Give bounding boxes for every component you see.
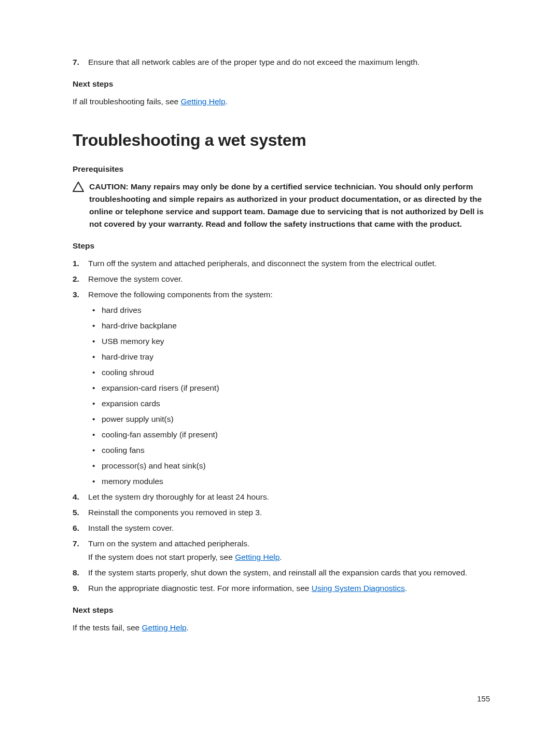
next-steps-heading-top: Next steps [73,78,490,90]
list-item: •cooling shroud [88,366,490,379]
next-steps-text-top: If all troubleshooting fails, see Gettin… [73,95,490,108]
list-item: •cooling-fan assembly (if present) [88,429,490,441]
bullet-icon: • [88,335,102,348]
bullet-icon: • [88,475,102,488]
step-text: Remove the system cover. [88,273,490,285]
bullet-text: memory modules [102,475,490,488]
prev-step-7: 7. Ensure that all network cables are of… [73,56,490,68]
step-number: 8. [73,567,88,579]
bullet-icon: • [88,320,102,332]
next-steps-text-bottom: If the tests fail, see Getting Help. [73,622,490,634]
list-item: •USB memory key [88,335,490,348]
steps-heading: Steps [73,240,490,252]
step-text: Turn off the system and attached periphe… [88,257,490,270]
step-number: 3. [73,288,88,301]
step-text: Ensure that all network cables are of th… [88,56,490,68]
section-heading: Troubleshooting a wet system [73,128,490,154]
list-item: •hard drives [88,304,490,316]
step-7: 7. Turn on the system and attached perip… [73,538,490,550]
step-5: 5. Reinstall the components you removed … [73,506,490,519]
bullet-icon: • [88,382,102,394]
prerequisites-heading: Prerequisites [73,163,490,175]
list-item: •memory modules [88,475,490,488]
bullet-icon: • [88,397,102,410]
text-part-a: If the tests fail, see [73,623,142,632]
step-text: Let the system dry thoroughly for at lea… [88,491,490,503]
system-diagnostics-link[interactable]: Using System Diagnostics [312,584,405,593]
bullet-text: power supply unit(s) [102,413,490,425]
bullet-text: processor(s) and heat sink(s) [102,460,490,472]
step-number: 6. [73,522,88,534]
step-1: 1. Turn off the system and attached peri… [73,257,490,270]
step-number: 5. [73,506,88,519]
list-item: •hard-drive backplane [88,320,490,332]
step-text: Install the system cover. [88,522,490,534]
bullet-text: hard-drive backplane [102,320,490,332]
list-item: •cooling fans [88,444,490,457]
bullet-icon: • [88,304,102,316]
bullet-text: hard drives [102,304,490,316]
bullet-text: hard-drive tray [102,351,490,363]
bullet-icon: • [88,351,102,363]
step-text: Reinstall the components you removed in … [88,506,490,519]
step-7-sub: If the system does not start properly, s… [88,551,490,563]
bullet-icon: • [88,366,102,379]
step-9: 9. Run the appropriate diagnostic test. … [73,582,490,595]
step-number: 9. [73,582,88,595]
step-text: If the system starts properly, shut down… [88,567,490,579]
bullet-icon: • [88,413,102,425]
getting-help-link[interactable]: Getting Help [142,623,187,632]
bullet-text: USB memory key [102,335,490,348]
list-item: •hard-drive tray [88,351,490,363]
step-text: Remove the following components from the… [88,288,490,301]
next-steps-heading-bottom: Next steps [73,604,490,616]
bullet-icon: • [88,460,102,472]
caution-icon [73,181,85,230]
step-6: 6. Install the system cover. [73,522,490,534]
text-part-b: . [405,584,407,593]
list-item: •power supply unit(s) [88,413,490,425]
step-number: 4. [73,491,88,503]
bullet-text: expansion-card risers (if present) [102,382,490,394]
bullet-icon: • [88,429,102,441]
text-part-b: . [226,97,228,106]
step-2: 2. Remove the system cover. [73,273,490,285]
step-4: 4. Let the system dry thoroughly for at … [73,491,490,503]
text-part-a: If all troubleshooting fails, see [73,97,181,106]
step-number: 7. [73,56,88,68]
page-number: 155 [477,693,490,705]
step-number: 1. [73,257,88,270]
text-part-a: If the system does not start properly, s… [88,553,235,561]
step-text: Turn on the system and attached peripher… [88,538,490,550]
bullet-text: cooling-fan assembly (if present) [102,429,490,441]
text-part-b: . [187,623,189,632]
caution-text: CAUTION: Many repairs may only be done b… [89,181,490,230]
step-number: 2. [73,273,88,285]
list-item: •processor(s) and heat sink(s) [88,460,490,472]
step-8: 8. If the system starts properly, shut d… [73,567,490,579]
list-item: •expansion cards [88,397,490,410]
getting-help-link[interactable]: Getting Help [235,553,279,561]
list-item: •expansion-card risers (if present) [88,382,490,394]
step-3: 3. Remove the following components from … [73,288,490,301]
step-number: 7. [73,538,88,550]
bullet-text: expansion cards [102,397,490,410]
text-part-a: Run the appropriate diagnostic test. For… [88,584,312,593]
bullet-icon: • [88,444,102,457]
bullet-text: cooling shroud [102,366,490,379]
text-part-b: . [279,553,282,561]
getting-help-link[interactable]: Getting Help [181,97,226,106]
bullet-text: cooling fans [102,444,490,457]
caution-block: CAUTION: Many repairs may only be done b… [73,181,490,230]
step-text: Run the appropriate diagnostic test. For… [88,582,490,595]
